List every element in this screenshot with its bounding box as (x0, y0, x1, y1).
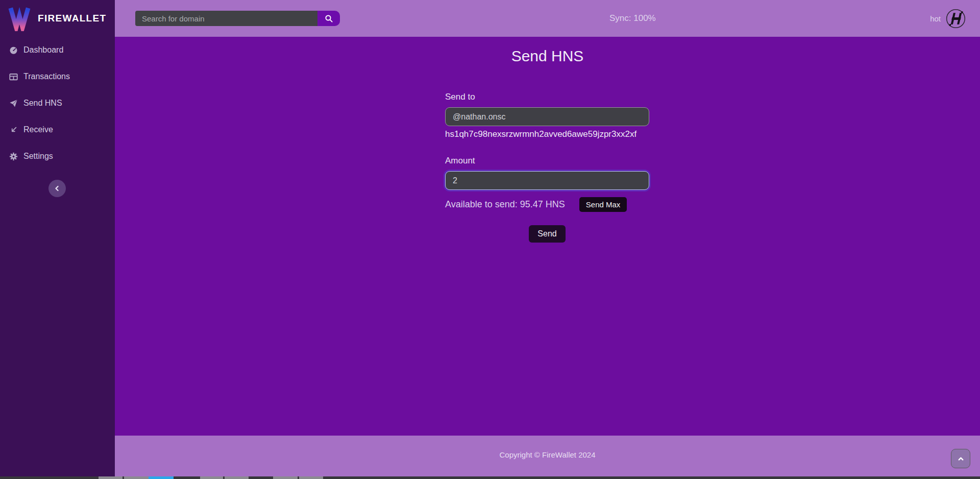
available-balance: Available to send: 95.47 HNS (445, 199, 565, 210)
send-button[interactable]: Send (529, 225, 565, 243)
dashboard-icon (9, 46, 18, 55)
top-bar: Sync: 100% hot (115, 0, 980, 37)
taskbar-segment[interactable] (124, 476, 149, 479)
footer: Copyright © FireWallet 2024 (115, 436, 980, 476)
sidebar-item-dashboard[interactable]: Dashboard (0, 37, 115, 63)
taskbar-segment[interactable] (200, 476, 223, 479)
search-button[interactable] (317, 11, 340, 26)
search-input[interactable] (135, 11, 317, 26)
wallet-name: hot (930, 14, 941, 23)
page-title: Send HNS (115, 37, 980, 65)
sidebar-item-label: Transactions (23, 72, 70, 81)
app-title: FIREWALLET (38, 13, 106, 24)
logo-row[interactable]: FIREWALLET (0, 0, 115, 37)
taskbar-segment[interactable] (273, 476, 298, 479)
send-to-input[interactable] (445, 107, 649, 126)
scroll-to-top-button[interactable] (951, 449, 970, 468)
sidebar-item-label: Receive (23, 125, 53, 134)
search-icon (325, 14, 333, 23)
send-icon (9, 99, 18, 108)
sidebar-item-label: Send HNS (23, 99, 62, 108)
amount-label: Amount (445, 156, 649, 166)
sync-status: Sync: 100% (609, 0, 656, 37)
handshake-icon (945, 8, 966, 29)
settings-icon (9, 152, 18, 161)
send-to-label: Send to (445, 92, 649, 102)
chevron-up-icon (957, 455, 965, 463)
transactions-icon (9, 73, 18, 81)
sidebar: FIREWALLET Dashboard Transactions Send H… (0, 0, 115, 476)
send-row: Send (445, 225, 649, 243)
taskbar-segment[interactable] (225, 476, 249, 479)
sidebar-item-transactions[interactable]: Transactions (0, 63, 115, 90)
firewallet-logo-icon (8, 6, 31, 31)
sidebar-nav: Dashboard Transactions Send HNS Receive … (0, 37, 115, 170)
sidebar-item-receive[interactable]: Receive (0, 116, 115, 143)
domain-search (135, 11, 340, 26)
taskbar-strip (0, 476, 980, 479)
sidebar-item-label: Settings (23, 152, 53, 161)
taskbar-segment[interactable] (299, 476, 323, 479)
sidebar-item-settings[interactable]: Settings (0, 143, 115, 170)
send-form: Send to hs1qh7c98nexsrzwrmnh2avved6awe59… (445, 92, 649, 243)
sidebar-item-label: Dashboard (23, 45, 63, 55)
taskbar-segment[interactable] (99, 476, 122, 479)
receive-icon (9, 126, 18, 134)
chevron-left-icon (53, 184, 61, 193)
amount-input[interactable] (445, 171, 649, 190)
sidebar-item-send-hns[interactable]: Send HNS (0, 90, 115, 116)
send-max-button[interactable]: Send Max (579, 197, 627, 212)
taskbar-segment[interactable] (149, 476, 174, 479)
resolved-address: hs1qh7c98nexsrzwrmnh2avved6awe59jzpr3xx2… (445, 129, 649, 139)
main-content: Send HNS Send to hs1qh7c98nexsrzwrmnh2av… (115, 37, 980, 436)
wallet-info[interactable]: hot (930, 0, 966, 37)
sidebar-collapse-button[interactable] (48, 180, 66, 197)
available-row: Available to send: 95.47 HNS Send Max (445, 197, 649, 212)
copyright-text: Copyright © FireWallet 2024 (115, 450, 980, 459)
